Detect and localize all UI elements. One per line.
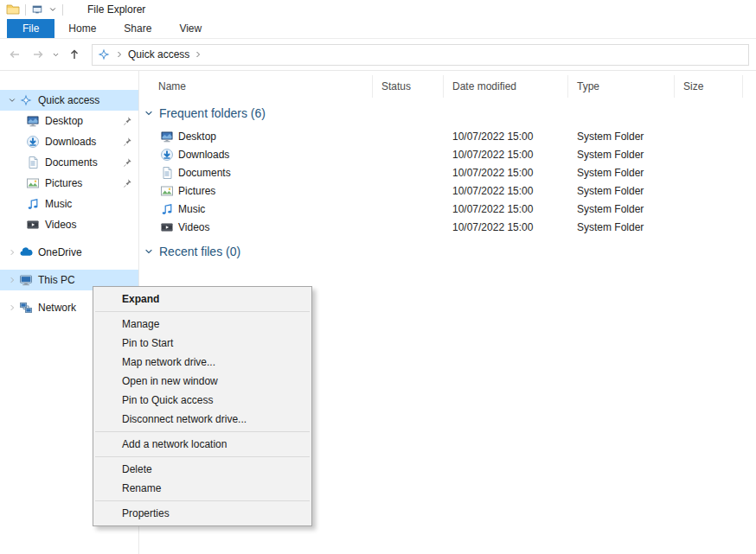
sidebar-item-label: Documents xyxy=(45,156,98,169)
menu-item-rename[interactable]: Rename xyxy=(93,479,311,498)
chevron-right-icon[interactable] xyxy=(5,303,19,312)
menu-item-expand[interactable]: Expand xyxy=(93,290,311,309)
file-list: Desktop10/07/2022 15:00System FolderDown… xyxy=(139,127,756,236)
titlebar: File Explorer xyxy=(0,0,756,19)
tab-home[interactable]: Home xyxy=(54,19,110,38)
chevron-right-icon[interactable] xyxy=(5,276,19,284)
breadcrumb-chevron-icon[interactable] xyxy=(114,49,125,60)
documents-icon xyxy=(26,156,40,169)
group-header-frequent-folders[interactable]: Frequent folders (6) xyxy=(139,103,756,124)
sidebar-item-pictures[interactable]: Pictures xyxy=(0,173,138,194)
breadcrumb-chevron-icon[interactable] xyxy=(193,49,203,60)
file-row-desktop[interactable]: Desktop10/07/2022 15:00System Folder xyxy=(139,127,756,145)
file-row-documents[interactable]: Documents10/07/2022 15:00System Folder xyxy=(139,163,756,181)
address-bar[interactable]: Quick access xyxy=(92,44,749,66)
sidebar-item-label: Music xyxy=(45,198,72,210)
back-button[interactable] xyxy=(3,44,25,66)
onedrive-icon xyxy=(19,245,33,259)
file-name-cell[interactable]: Desktop xyxy=(139,130,373,143)
file-type: System Folder xyxy=(568,167,675,179)
menu-item-manage[interactable]: Manage xyxy=(93,315,311,334)
sidebar-item-label: OneDrive xyxy=(38,246,82,258)
sidebar-item-music[interactable]: Music xyxy=(0,194,138,214)
file-type: System Folder xyxy=(568,149,675,161)
file-date-modified: 10/07/2022 15:00 xyxy=(444,203,568,215)
sidebar-item-downloads[interactable]: Downloads xyxy=(0,131,138,152)
file-name-cell[interactable]: Documents xyxy=(139,166,373,180)
sidebar-item-videos[interactable]: Videos xyxy=(0,214,138,235)
chevron-down-icon[interactable] xyxy=(5,96,19,105)
file-type: System Folder xyxy=(568,203,675,215)
explorer-logo-icon xyxy=(6,3,20,16)
menu-item-open-in-new-window[interactable]: Open in new window xyxy=(93,372,311,391)
menu-item-delete[interactable]: Delete xyxy=(93,460,311,479)
file-row-downloads[interactable]: Downloads10/07/2022 15:00System Folder xyxy=(139,145,756,163)
menu-separator xyxy=(95,431,310,432)
chevron-down-icon[interactable] xyxy=(144,108,154,118)
window-title: File Explorer xyxy=(87,3,145,16)
file-type: System Folder xyxy=(568,131,675,143)
menu-item-disconnect-network-drive[interactable]: Disconnect network drive... xyxy=(93,410,311,429)
sidebar-item-label: This PC xyxy=(38,274,75,286)
chevron-right-icon[interactable] xyxy=(5,248,19,257)
file-type: System Folder xyxy=(568,185,675,197)
file-date-modified: 10/07/2022 15:00 xyxy=(444,167,568,179)
file-name: Downloads xyxy=(178,149,229,161)
pin-icon xyxy=(122,137,132,147)
file-name-cell[interactable]: Videos xyxy=(139,220,373,234)
file-name-cell[interactable]: Pictures xyxy=(139,184,373,198)
file-name: Videos xyxy=(178,221,209,233)
chevron-down-icon[interactable] xyxy=(144,246,154,257)
sidebar-item-label: Pictures xyxy=(45,177,82,189)
group-header-recent-files[interactable]: Recent files (0) xyxy=(139,241,756,262)
documents-icon xyxy=(160,166,174,180)
file-row-music[interactable]: Music10/07/2022 15:00System Folder xyxy=(139,200,756,218)
file-name: Pictures xyxy=(178,185,215,197)
file-name-cell[interactable]: Downloads xyxy=(139,148,373,162)
menu-item-pin-to-quick-access[interactable]: Pin to Quick access xyxy=(93,391,311,410)
column-header-type[interactable]: Type xyxy=(568,75,675,98)
videos-icon xyxy=(26,218,40,232)
sidebar-item-onedrive[interactable]: OneDrive xyxy=(0,242,138,263)
sidebar-item-documents[interactable]: Documents xyxy=(0,152,138,173)
tab-view[interactable]: View xyxy=(165,19,215,38)
menu-item-add-a-network-location[interactable]: Add a network location xyxy=(93,435,311,454)
column-header-status[interactable]: Status xyxy=(373,75,444,98)
menu-separator xyxy=(95,456,310,457)
breadcrumb-segment[interactable]: Quick access xyxy=(128,48,189,60)
pin-icon xyxy=(122,157,132,168)
tab-file[interactable]: File xyxy=(7,19,54,38)
qat-properties-icon[interactable] xyxy=(31,3,43,16)
desktop-icon xyxy=(26,114,40,128)
recent-locations-chevron-icon[interactable] xyxy=(50,44,61,66)
file-row-videos[interactable]: Videos10/07/2022 15:00System Folder xyxy=(139,218,756,236)
column-header-date-modified[interactable]: Date modified xyxy=(444,75,568,98)
quick-access-icon xyxy=(97,48,111,61)
sidebar-item-desktop[interactable]: Desktop xyxy=(0,111,138,131)
forward-button[interactable] xyxy=(27,44,48,66)
context-menu: ExpandManagePin to StartMap network driv… xyxy=(93,286,312,526)
customize-toolbar-chevron-icon[interactable] xyxy=(48,5,57,14)
desktop-icon xyxy=(160,130,174,143)
menu-item-map-network-drive[interactable]: Map network drive... xyxy=(93,353,311,372)
file-explorer-window: File Explorer FileHomeShareView Quick ac… xyxy=(0,0,756,554)
sidebar-item-label: Desktop xyxy=(45,115,83,127)
file-date-modified: 10/07/2022 15:00 xyxy=(444,131,568,143)
sidebar-item-label: Network xyxy=(38,302,76,314)
menu-separator xyxy=(95,500,310,501)
quick-access-icon xyxy=(19,93,33,107)
sidebar-item-label: Quick access xyxy=(38,94,99,106)
music-icon xyxy=(26,197,40,211)
file-date-modified: 10/07/2022 15:00 xyxy=(444,149,568,161)
menu-item-properties[interactable]: Properties xyxy=(93,504,311,523)
sidebar-item-quick-access[interactable]: Quick access xyxy=(0,90,138,111)
file-row-pictures[interactable]: Pictures10/07/2022 15:00System Folder xyxy=(139,181,756,200)
file-name-cell[interactable]: Music xyxy=(139,202,373,216)
up-button[interactable] xyxy=(63,44,85,66)
menu-item-pin-to-start[interactable]: Pin to Start xyxy=(93,334,311,353)
tab-share[interactable]: Share xyxy=(110,19,165,38)
this-pc-icon xyxy=(19,273,33,287)
column-header-size[interactable]: Size xyxy=(675,75,743,98)
file-name: Documents xyxy=(178,167,231,179)
column-header-name[interactable]: Name xyxy=(139,75,373,98)
